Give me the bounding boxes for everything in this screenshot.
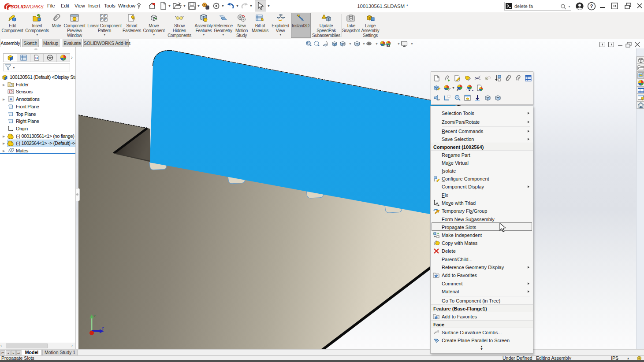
svg-text:Z: Z bbox=[102, 326, 104, 330]
svg-text:B: B bbox=[35, 56, 38, 60]
svg-text:!: ! bbox=[324, 15, 324, 19]
svg-text:WORKS: WORKS bbox=[25, 4, 44, 9]
svg-text:?: ? bbox=[590, 4, 593, 9]
svg-text:SOLID: SOLID bbox=[11, 4, 26, 9]
svg-text:A: A bbox=[10, 97, 13, 101]
svg-text:Y: Y bbox=[93, 314, 96, 318]
